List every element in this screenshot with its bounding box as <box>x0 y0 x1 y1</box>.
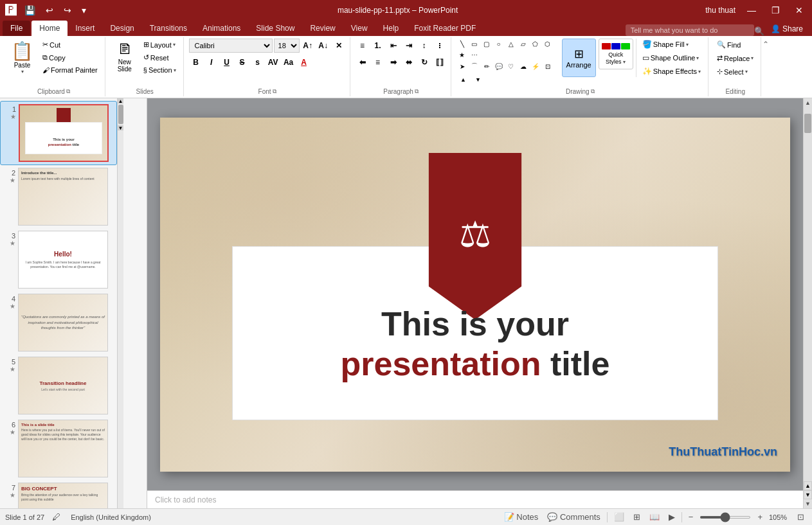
vertical-scrollbar[interactable]: ▲ ▲ ▼ ▼ <box>803 98 812 508</box>
numbering-button[interactable]: 1. <box>371 39 385 53</box>
shape-line-btn[interactable]: ╲ <box>456 39 468 49</box>
font-name-select[interactable]: Calibri <box>189 39 273 53</box>
slide-thumbnail-7[interactable]: 7 ★ BIG CONCEPT Bring the attention of y… <box>0 480 117 508</box>
shape-outline-button[interactable]: ▭ Shape Outline ▾ <box>639 52 704 64</box>
save-button[interactable]: 💾 <box>21 4 39 17</box>
paragraph-expand-icon[interactable]: ⧉ <box>415 88 419 95</box>
shape-heart-btn[interactable]: ♡ <box>505 61 517 71</box>
quick-styles-button[interactable]: QuickStyles ▾ <box>599 39 633 69</box>
shape-curve-btn[interactable]: ⌒ <box>469 61 480 71</box>
fit-slide-button[interactable]: ⊡ <box>795 511 807 523</box>
decrease-indent-button[interactable]: ⇤ <box>386 39 401 53</box>
replace-button[interactable]: ⇄ Replace ▾ <box>714 52 757 64</box>
tab-help[interactable]: Help <box>375 21 407 36</box>
scroll-down-btn[interactable]: ▼ <box>804 499 812 508</box>
close-button[interactable]: ✕ <box>791 4 807 17</box>
tab-home[interactable]: Home <box>32 21 68 36</box>
reset-button[interactable]: ↺ Reset <box>140 51 179 64</box>
notes-toggle-button[interactable]: 📝 Notes <box>501 511 541 523</box>
align-center-button[interactable]: ≡ <box>371 55 385 69</box>
tell-me-input[interactable] <box>626 24 754 36</box>
tab-slideshow[interactable]: Slide Show <box>248 21 302 36</box>
layout-button[interactable]: ⊞ Layout ▾ <box>140 39 179 51</box>
bold-button[interactable]: B <box>189 55 203 69</box>
share-button[interactable]: 👤 Share <box>764 22 809 36</box>
tab-animations[interactable]: Animations <box>195 21 248 36</box>
increase-font-button[interactable]: A↑ <box>301 39 315 53</box>
increase-indent-button[interactable]: ⇥ <box>402 39 416 53</box>
slide-title[interactable]: This is your presentation title <box>244 304 707 384</box>
shape-circle-btn[interactable]: ○ <box>493 39 505 49</box>
arrange-button[interactable]: ⊞ Arrange <box>562 39 596 77</box>
text-shadow-button[interactable]: s <box>251 55 265 69</box>
copy-button[interactable]: ⧉ Copy <box>39 51 101 64</box>
restore-button[interactable]: ❐ <box>768 4 784 17</box>
reading-view-button[interactable]: 📖 <box>647 511 662 523</box>
drawing-expand-icon[interactable]: ⧉ <box>591 88 595 95</box>
align-right-button[interactable]: ➡ <box>386 55 401 69</box>
section-button[interactable]: § Section ▾ <box>140 64 179 76</box>
slide-thumbnail-6[interactable]: 6 ★ This is a slide title Here is where … <box>0 417 117 480</box>
normal-view-button[interactable]: ⬜ <box>611 511 627 523</box>
collapse-ribbon-button[interactable]: ⌃ <box>762 40 769 49</box>
clear-formatting-button[interactable]: ✕ <box>332 39 346 53</box>
shape-fill-button[interactable]: 🪣 Shape Fill ▾ <box>639 39 704 50</box>
customize-qat-button[interactable]: ▾ <box>78 4 90 17</box>
underline-button[interactable]: U <box>220 55 234 69</box>
cut-button[interactable]: ✂ Cut <box>39 39 101 51</box>
zoom-out-button[interactable]: − <box>686 511 696 523</box>
tab-review[interactable]: Review <box>302 21 343 36</box>
columns-button[interactable]: ⫶ <box>433 39 447 53</box>
slide-canvas-wrapper[interactable]: ⚖ This is your presentation title <box>147 98 803 490</box>
shape-cloud-btn[interactable]: ☁ <box>518 61 529 71</box>
tab-file[interactable]: File <box>3 21 30 36</box>
slide-thumbnail-3[interactable]: 3 ★ Hello! I am Sophie Smith. I am here … <box>0 228 117 291</box>
tab-design[interactable]: Design <box>102 21 141 36</box>
shape-more-btn[interactable]: ⋯ <box>469 49 480 60</box>
slide-sorter-button[interactable]: ⊞ <box>631 511 643 523</box>
tab-foxit[interactable]: Foxit Reader PDF <box>406 21 483 36</box>
scroll-up-btn[interactable]: ▲ <box>804 98 812 107</box>
bullets-button[interactable]: ≡ <box>356 39 370 53</box>
font-color-button[interactable]: A <box>297 55 311 69</box>
next-slide-btn[interactable]: ▼ <box>804 490 812 499</box>
decrease-font-button[interactable]: A↓ <box>316 39 330 53</box>
prev-slide-btn[interactable]: ▲ <box>804 481 812 490</box>
italic-button[interactable]: I <box>204 55 219 69</box>
shape-pentagon-btn[interactable]: ⬠ <box>530 39 541 49</box>
accessibility-button[interactable]: 🖊 <box>50 511 63 523</box>
shape-roundrect-btn[interactable]: ▢ <box>481 39 492 49</box>
minimize-button[interactable]: — <box>743 4 760 17</box>
slide-thumbnail-5[interactable]: 5 ★ Transition headline Let's start with… <box>0 354 117 417</box>
shapes-scroll-down-btn[interactable]: ▼ <box>471 73 485 87</box>
shape-arrow-btn[interactable]: ➤ <box>456 61 468 71</box>
new-slide-button[interactable]: 🖹 New Slide <box>111 39 139 75</box>
notes-area[interactable]: Click to add notes <box>147 490 803 508</box>
tab-insert[interactable]: Insert <box>68 21 102 36</box>
shape-lightning-btn[interactable]: ⚡ <box>530 61 541 71</box>
select-button[interactable]: ⊹ Select ▾ <box>714 66 751 78</box>
slideshow-button[interactable]: ▶ <box>666 511 678 523</box>
shapes-scroll-up-btn[interactable]: ▲ <box>456 73 471 87</box>
shape-callout-btn[interactable]: 💬 <box>493 61 505 71</box>
smart-art-button[interactable]: ⟦⟧ <box>433 55 447 69</box>
shape-para-btn[interactable]: ▱ <box>518 39 529 49</box>
scroll-track-v[interactable] <box>804 107 812 481</box>
scroll-up-arrow[interactable]: ▲ <box>118 98 123 103</box>
char-spacing-button[interactable]: AV <box>266 55 280 69</box>
language-button[interactable]: English (United Kingdom) <box>68 512 154 522</box>
format-painter-button[interactable]: 🖌 Format Painter <box>39 64 101 76</box>
text-direction-button[interactable]: ↻ <box>417 55 431 69</box>
slide-canvas[interactable]: ⚖ This is your presentation title <box>160 118 790 472</box>
slide-thumbnail-2[interactable]: 2 ★ Introduce the title... Lorem ipsum t… <box>0 165 117 228</box>
undo-button[interactable]: ↩ <box>42 4 57 17</box>
zoom-slider[interactable] <box>699 516 751 519</box>
slide-ribbon-shape[interactable]: ⚖ <box>429 153 522 320</box>
shape-effects-button[interactable]: ✨ Shape Effects ▾ <box>639 66 704 77</box>
find-button[interactable]: 🔍 Find <box>714 39 744 51</box>
shape-freeform-btn[interactable]: ✏ <box>481 61 492 71</box>
line-spacing-button[interactable]: ↕ <box>417 39 431 53</box>
strikethrough-button[interactable]: S <box>235 55 249 69</box>
paste-button[interactable]: 📋 Paste ▾ <box>6 39 38 76</box>
font-size-select[interactable]: 18 <box>274 39 300 53</box>
